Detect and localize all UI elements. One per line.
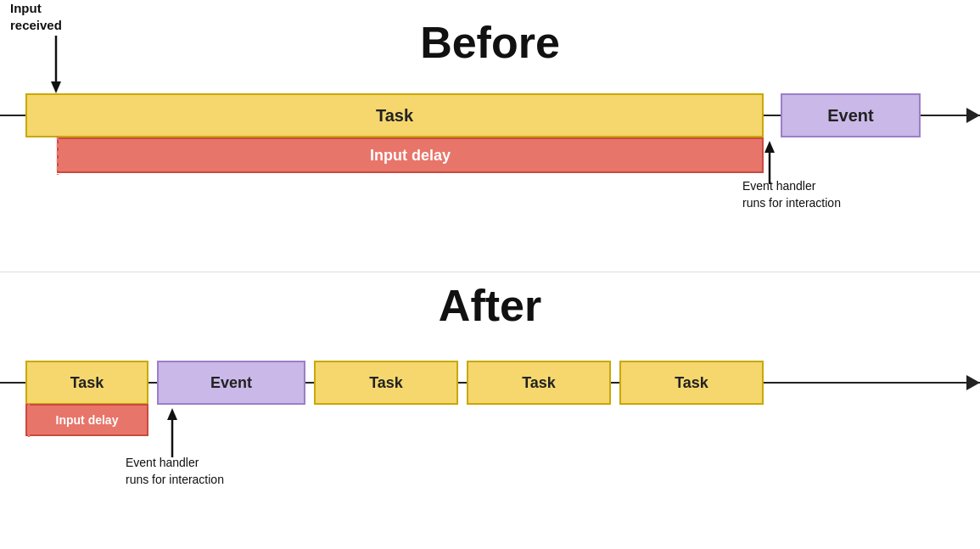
before-event-handler-label: Event handlerruns for interaction: [742, 178, 841, 211]
after-section: After Inputreceived Task Event Task Task: [0, 272, 980, 549]
after-event-handler-arrow: [164, 405, 181, 457]
after-dotted-line: [26, 403, 31, 437]
before-input-arrow: [48, 36, 64, 95]
before-event-bar: Event: [781, 93, 921, 137]
svg-marker-4: [764, 141, 775, 153]
after-event-handler-label: Event handlerruns for interaction: [126, 455, 224, 488]
before-input-received-label: Inputreceived: [10, 0, 62, 33]
svg-marker-1: [51, 81, 61, 93]
before-timeline-arrow: [966, 108, 980, 123]
after-title: After: [0, 280, 980, 331]
after-task1-bar: Task: [25, 361, 148, 405]
svg-marker-9: [167, 408, 177, 420]
after-task3-bar: Task: [467, 361, 611, 405]
before-dotted-line: [55, 136, 60, 175]
after-event-bar: Event: [157, 361, 305, 405]
before-title: Before: [0, 17, 980, 68]
before-task-bar: Task: [25, 93, 764, 137]
after-timeline-arrow: [966, 375, 980, 390]
after-input-delay-bar: Input delay: [25, 404, 148, 436]
before-input-delay-bar: Input delay: [57, 137, 764, 173]
diagram-container: Before Inputreceived Task Event Input de…: [0, 0, 980, 549]
before-section: Before Inputreceived Task Event Input de…: [0, 0, 980, 272]
after-task4-bar: Task: [619, 361, 764, 405]
before-event-handler-arrow: [761, 137, 778, 184]
after-task2-bar: Task: [314, 361, 458, 405]
